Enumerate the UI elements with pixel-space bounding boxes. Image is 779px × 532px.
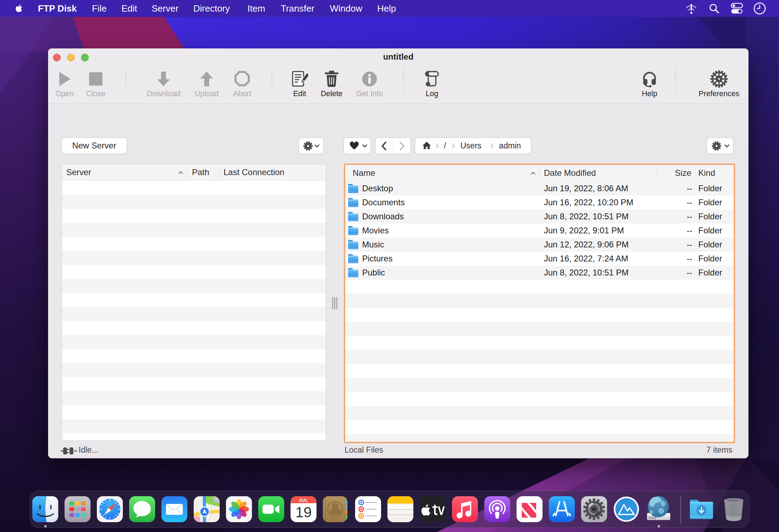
svg-text:JUL: JUL xyxy=(299,498,308,503)
svg-text:19: 19 xyxy=(295,504,312,520)
